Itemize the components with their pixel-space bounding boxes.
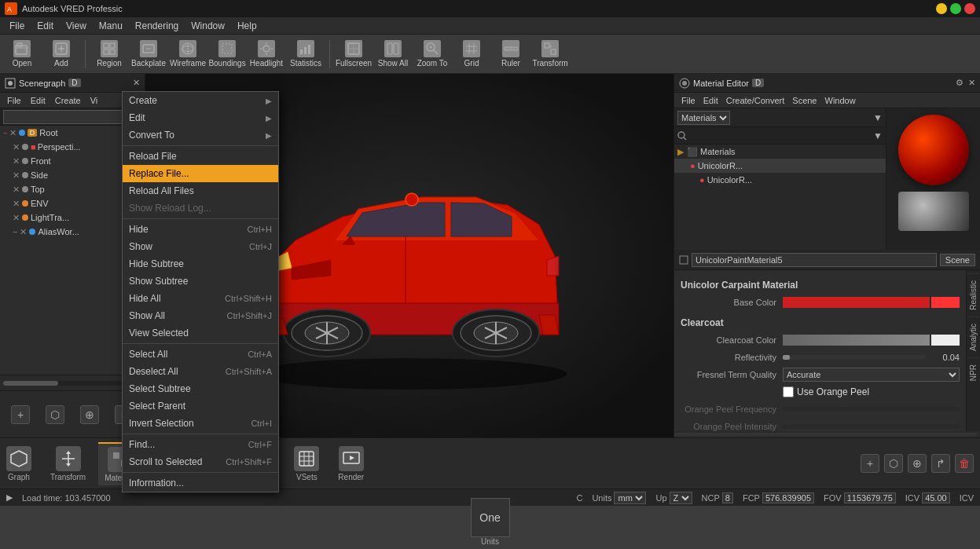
sg-link-btn[interactable]: ⬡ [46,405,64,424]
fullscreen-button[interactable]: Fullscreen [336,37,371,71]
h-scrollbar[interactable] [3,381,141,386]
open-button[interactable]: Open [5,37,39,71]
me-filter-btn[interactable]: ▼ [873,130,883,141]
me-menu-createconvert[interactable]: Create/Convert [722,95,789,106]
me-scene-btn[interactable]: Scene [940,254,975,266]
close-button[interactable] [964,3,975,14]
cm-invertselection[interactable]: Invert Selection Ctrl+I [123,415,278,432]
units-select[interactable]: mm [614,492,646,504]
tool-transform[interactable]: Transform [44,443,92,485]
sg-menu-edit[interactable]: Edit [27,95,50,106]
status-c: C [576,493,582,503]
sg-menu-create[interactable]: Create [51,95,85,106]
cm-reloadallfiles[interactable]: Reload All Files [123,182,278,199]
cm-showsubtree[interactable]: Show Subtree [123,273,278,290]
cm-replacefile[interactable]: Replace File... [123,165,278,182]
cm-edit[interactable]: Edit ▶ [123,109,278,126]
tool-graph[interactable]: Graph [0,443,38,485]
tab-realistic[interactable]: Realistic [967,273,979,317]
cm-reloadfile[interactable]: Reload File [123,148,278,165]
cm-create[interactable]: Create ▶ [123,92,278,109]
me-menu-file[interactable]: File [677,95,699,106]
menu-help[interactable]: Help [231,19,263,33]
icv-label: ICV [905,493,919,503]
sg-search-input[interactable] [3,110,141,124]
cm-show[interactable]: Show Ctrl+J [123,238,278,255]
cm-information[interactable]: Information... [123,474,278,492]
clearcoat-color-swatch[interactable] [783,335,930,346]
menu-manu[interactable]: Manu [93,19,129,33]
rt-arrow-btn[interactable]: ↱ [931,454,950,473]
me-vscrollbar[interactable] [674,433,977,436]
me-material-name-input[interactable] [692,253,937,267]
me-close-icon[interactable]: ✕ [968,78,975,88]
headlight-button[interactable]: Headlight [249,37,284,71]
base-color-btn[interactable] [931,297,960,308]
rt-delete-btn[interactable]: 🗑 [955,454,974,473]
cm-hideall[interactable]: Hide All Ctrl+Shift+H [123,290,278,307]
me-type-dropdown[interactable]: Materials [677,111,730,125]
menu-rendering[interactable]: Rendering [129,19,185,33]
sg-menu-view[interactable]: Vi [86,95,102,106]
menu-window[interactable]: Window [185,19,231,33]
reflectivity-slider[interactable] [783,355,790,360]
me-menu-window[interactable]: Window [821,95,860,106]
me-tree-unicolor1[interactable]: ● UnicolorR... [674,159,886,173]
tab-npr[interactable]: NPR [967,357,979,387]
cm-selectsubtree[interactable]: Select Subtree [123,380,278,397]
transform-button[interactable]: Transform [533,37,567,71]
sg-add-btn[interactable]: + [11,405,30,424]
cm-find[interactable]: Find... Ctrl+F [123,436,278,453]
sg-menu-file[interactable]: File [3,95,25,106]
fresnel-dropdown[interactable]: Accurate [783,368,960,382]
cm-hidesubtree[interactable]: Hide Subtree [123,255,278,273]
backplate-button[interactable]: Backplate [131,37,166,71]
cm-selectall[interactable]: Select All Ctrl+A [123,346,278,363]
ruler-button[interactable]: Ruler [494,37,528,71]
cm-showall[interactable]: Show All Ctrl+Shift+J [123,307,278,324]
menu-file[interactable]: File [3,19,31,33]
cm-scrolltoselected[interactable]: Scroll to Selected Ctrl+Shift+F [123,453,278,470]
grid-button[interactable]: Grid [454,37,489,71]
me-tree-materials[interactable]: ▶ ⬛ Materials [674,145,886,159]
cm-deselectall[interactable]: Deselect All Ctrl+Shift+A [123,363,278,380]
me-menu-scene[interactable]: Scene [788,95,820,106]
sg-camera-btn[interactable]: ⊕ [80,405,99,424]
cm-create-label: Create [129,95,157,106]
rt-add-btn[interactable]: + [861,454,879,473]
svg-marker-64 [66,451,71,454]
sg-close-icon[interactable]: ✕ [133,78,140,88]
rt-link-btn[interactable]: ⬡ [884,454,903,473]
wireframe-button[interactable]: Wireframe [171,37,205,71]
tool-render[interactable]: Render [332,443,370,485]
statistics-button[interactable]: Statistics [288,37,323,71]
clearcoat-color-btn[interactable] [931,335,960,346]
tool-vsets[interactable]: VSets [288,443,325,485]
cm-selectsubtree-label: Select Subtree [129,383,191,394]
maximize-button[interactable] [950,3,961,14]
me-filter-icon[interactable]: ▼ [873,112,883,123]
menu-edit[interactable]: Edit [31,19,60,33]
me-tree-unicolor2[interactable]: ● UnicolorR... [674,173,886,187]
minimize-button[interactable] [936,3,947,14]
region-button[interactable]: Region [92,37,127,71]
menu-view[interactable]: View [60,19,93,33]
graph-icon [6,446,31,471]
orange-peel-checkbox[interactable] [783,386,794,397]
rt-camera-btn[interactable]: ⊕ [908,454,927,473]
cm-convertto[interactable]: Convert To ▶ [123,126,278,144]
cm-viewselected[interactable]: View Selected [123,324,278,342]
add-button[interactable]: Add [44,37,79,71]
zoomto-button[interactable]: Zoom To [415,37,450,71]
cm-hide[interactable]: Hide Ctrl+H [123,221,278,238]
status-fcp: FCP 576.839905 [743,492,814,503]
me-menu-edit[interactable]: Edit [699,95,722,106]
tab-analytic[interactable]: Analytic [967,317,979,357]
showall-button[interactable]: Show All [376,37,410,71]
me-search-input[interactable] [690,129,873,143]
base-color-swatch[interactable] [783,297,930,308]
up-select[interactable]: Z [670,492,692,504]
boundings-button[interactable]: Boundings [210,37,244,71]
me-settings-icon[interactable]: ⚙ [956,78,963,88]
cm-selectparent[interactable]: Select Parent [123,397,278,415]
